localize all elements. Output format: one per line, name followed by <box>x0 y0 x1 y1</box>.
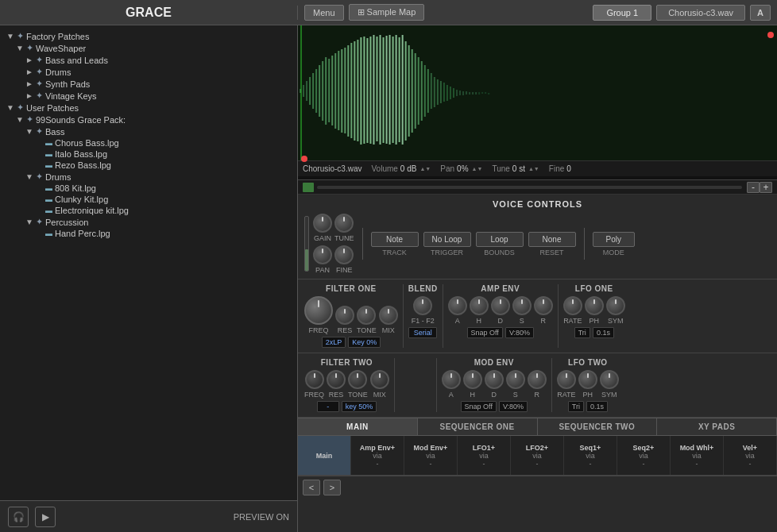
file-button[interactable]: Chorusio-c3.wav <box>656 5 745 21</box>
filter-tone-knob[interactable] <box>357 306 376 325</box>
mod-s-knob[interactable] <box>506 370 525 389</box>
filter2-res-knob[interactable] <box>327 370 346 389</box>
mod-cell-lfo1[interactable]: LFO1+ via - <box>458 436 511 475</box>
filter-mix-knob[interactable] <box>379 306 398 325</box>
lfo-rate-knob[interactable] <box>563 296 582 315</box>
volume-arrows[interactable]: ▲▼ <box>419 166 431 172</box>
amp-s-knob[interactable] <box>512 296 532 315</box>
menu-button[interactable]: Menu <box>304 5 344 21</box>
lfo2-rate-knob[interactable] <box>557 370 576 389</box>
mod-cell-seq2[interactable]: Seq2+ via - <box>617 436 671 475</box>
headphone-button[interactable]: 🎧 <box>8 507 29 527</box>
mod-h-knob[interactable] <box>463 370 482 389</box>
tune-knob[interactable] <box>334 214 354 233</box>
trigger-button[interactable]: Note <box>371 232 419 247</box>
filter-res-knob[interactable] <box>335 306 354 325</box>
mod-v-value[interactable]: V:80% <box>499 401 528 412</box>
mod-cell-vel[interactable]: Vel+ via - <box>724 436 777 475</box>
filter-key-value[interactable]: Key 0% <box>348 337 381 348</box>
volume-value[interactable]: 0 dB <box>400 164 417 173</box>
tree-item-chorusbass[interactable]: ▬ Chorus Bass.lpg <box>3 137 294 148</box>
mod-cell-seq1[interactable]: Seq1+ via - <box>564 436 617 475</box>
mod-r-knob[interactable] <box>528 370 547 389</box>
filter2-mix-knob[interactable] <box>370 370 389 389</box>
mod-cell-ampenv[interactable]: Amp Env+ via - <box>351 436 404 475</box>
pan-value[interactable]: 0% <box>457 164 468 173</box>
tree-item-user[interactable]: ▼ ✦ User Patches <box>3 102 294 114</box>
filter-type-value[interactable]: 2xLP <box>322 337 346 348</box>
play-button[interactable]: ▶ <box>35 507 56 527</box>
tab-main[interactable]: MAIN <box>298 418 418 435</box>
amp-h-knob[interactable] <box>470 296 489 315</box>
pan-knob[interactable] <box>313 245 332 264</box>
lfo2-type-value[interactable]: Tri <box>568 401 584 412</box>
tab-seq1[interactable]: SEQUENCER ONE <box>418 418 538 435</box>
zoom-out-button[interactable]: - <box>747 182 760 193</box>
zoom-in-button[interactable]: + <box>760 182 772 193</box>
tree-item-bassleads[interactable]: ► ✦ Bass and Leads <box>3 54 294 66</box>
tree-item-italobass[interactable]: ▬ Italo Bass.lpg <box>3 148 294 160</box>
mod-d-knob[interactable] <box>485 370 504 389</box>
mod-cell-main[interactable]: Main <box>298 436 351 475</box>
fine-value[interactable]: 0 <box>566 164 571 173</box>
gain-label: GAIN <box>314 234 331 242</box>
lfo2-sym-knob[interactable] <box>600 370 619 389</box>
amp-d-knob[interactable] <box>491 296 510 315</box>
tree-item-clunkykit[interactable]: ▬ Clunky Kit.lpg <box>3 194 294 205</box>
reset-button[interactable]: None <box>528 232 576 247</box>
tree-item-drums[interactable]: ► ✦ Drums <box>3 66 294 78</box>
lfo-sym-knob[interactable] <box>606 296 625 315</box>
a-button[interactable]: A <box>750 5 771 21</box>
mod-cell-modwhl[interactable]: Mod Whl+ via - <box>671 436 724 475</box>
mode-label: MODE <box>603 249 624 256</box>
position-track[interactable] <box>317 186 742 189</box>
gain-knob[interactable] <box>313 214 332 233</box>
mod-cell-lfo2[interactable]: LFO2+ via - <box>511 436 564 475</box>
tree-item-handperc[interactable]: ▬ Hand Perc.lpg <box>3 228 294 239</box>
tab-xy[interactable]: XY PADS <box>657 418 777 435</box>
tree-item-electroniquekit[interactable]: ▬ Electronique kit.lpg <box>3 205 294 216</box>
lfo2-rate-value[interactable]: 0.1s <box>586 401 608 412</box>
tree-item-rezobass[interactable]: ▬ Rezo Bass.lpg <box>3 160 294 171</box>
lfo-rate-value[interactable]: 0.1s <box>593 327 614 338</box>
fine-knob[interactable] <box>334 245 354 264</box>
filter-one-title: FILTER ONE <box>326 284 377 293</box>
amp-r-knob[interactable] <box>534 296 553 315</box>
amp-a-knob[interactable] <box>448 296 467 315</box>
pan-arrows[interactable]: ▲▼ <box>472 166 483 172</box>
blend-value[interactable]: Serial <box>408 327 437 338</box>
next-button[interactable]: > <box>323 480 341 495</box>
blend-knob[interactable] <box>413 296 432 315</box>
tree-item-vintagekeys[interactable]: ► ✦ Vintage Keys <box>3 90 294 102</box>
lfo-ph-knob[interactable] <box>585 296 604 315</box>
tree-item-bass[interactable]: ▼ ✦ Bass <box>3 125 294 137</box>
tree-item-drums2[interactable]: ▼ ✦ Drums <box>3 171 294 183</box>
mod-cell-modenv[interactable]: Mod Env+ via - <box>404 436 458 475</box>
mode-button[interactable]: Poly <box>593 232 635 247</box>
tune-arrows[interactable]: ▲▼ <box>528 166 539 172</box>
amp-snap-value[interactable]: Snap Off <box>467 327 503 338</box>
tune-value[interactable]: 0 st <box>512 164 525 173</box>
filter2-freq-knob[interactable] <box>305 370 324 389</box>
group-button[interactable]: Group 1 <box>593 5 651 21</box>
prev-button[interactable]: < <box>303 480 320 495</box>
loop-button[interactable]: Loop <box>476 232 524 247</box>
sample-map-button[interactable]: ⊞ Sample Map <box>349 4 425 21</box>
filter2-tone-knob[interactable] <box>348 370 367 389</box>
tree-item-synthpads[interactable]: ► ✦ Synth Pads <box>3 78 294 90</box>
noloop-button[interactable]: No Loop <box>423 232 471 247</box>
mod-snap-value[interactable]: Snap Off <box>461 401 497 412</box>
lfo2-ph-knob[interactable] <box>578 370 597 389</box>
lfo-type-value[interactable]: Tri <box>574 327 590 338</box>
tree-item-factory[interactable]: ▼ ✦ Factory Patches <box>3 30 294 42</box>
f2-minus-value[interactable]: - <box>317 401 339 412</box>
tree-item-99sounds[interactable]: ▼ ✦ 99Sounds Grace Pack: <box>3 114 294 125</box>
tree-item-percussion[interactable]: ▼ ✦ Percussion <box>3 216 294 228</box>
tree-item-808kit[interactable]: ▬ 808 Kit.lpg <box>3 183 294 194</box>
tree-item-waveshaper[interactable]: ▼ ✦ WaveShaper <box>3 42 294 54</box>
amp-v-value[interactable]: V:80% <box>505 327 534 338</box>
f2-key-value[interactable]: key 50% <box>342 401 377 412</box>
filter-freq-knob[interactable] <box>304 296 333 325</box>
tab-seq2[interactable]: SEQUENCER TWO <box>538 418 658 435</box>
mod-a-knob[interactable] <box>442 370 461 389</box>
